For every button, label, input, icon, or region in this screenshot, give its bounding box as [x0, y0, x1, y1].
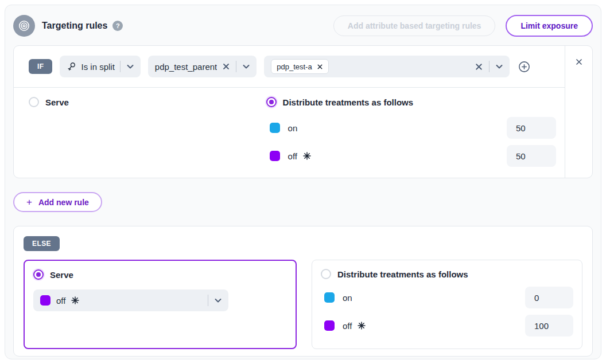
else-serve-treatment-select[interactable]: off — [33, 289, 228, 311]
treatment-off-swatch — [270, 151, 280, 161]
help-icon[interactable]: ? — [112, 21, 123, 31]
divider — [208, 295, 208, 306]
if-rule-card: IF Is in split — [13, 45, 593, 178]
treatment-off-swatch — [40, 295, 50, 306]
delete-rule-icon[interactable] — [574, 57, 584, 66]
else-serve-label: Serve — [50, 270, 73, 280]
treatment-multiselect[interactable]: pdp_test-a — [264, 56, 510, 77]
add-attribute-rules-button[interactable]: Add attribute based targeting rules — [333, 15, 496, 36]
treatment-row: on — [321, 287, 573, 308]
else-serve-radio[interactable] — [33, 269, 44, 280]
else-serve-panel: Serve off — [24, 260, 297, 349]
serve-radio[interactable] — [29, 97, 39, 107]
treatment-tag: pdp_test-a — [271, 59, 328, 74]
treatment-on-swatch — [324, 292, 335, 303]
treatment-name: off — [288, 151, 297, 161]
chevron-down-icon[interactable] — [213, 296, 223, 305]
is-in-split-icon — [67, 62, 76, 72]
divider — [489, 61, 490, 72]
else-rule-card: ELSE Serve off — [13, 226, 593, 357]
treatment-percentage-input[interactable] — [525, 287, 573, 308]
distribute-label: Distribute treatments as follows — [283, 97, 414, 107]
treatment-name: on — [288, 123, 298, 133]
treatment-row: off — [266, 145, 556, 167]
else-badge: ELSE — [24, 236, 60, 251]
page-title: Targeting rules — [42, 21, 107, 31]
else-distribute-label: Distribute treatments as follows — [337, 269, 468, 279]
default-treatment-icon — [358, 322, 366, 330]
serve-option[interactable]: Serve — [29, 97, 266, 107]
treatment-row: off — [321, 315, 573, 336]
selected-treatment-name: off — [56, 296, 65, 306]
distribute-radio[interactable] — [266, 97, 277, 107]
serve-label: Serve — [45, 97, 69, 107]
matcher-label: Is in split — [81, 62, 114, 72]
else-distribute-radio[interactable] — [321, 269, 331, 279]
divider — [120, 61, 121, 72]
treatment-name: off — [343, 321, 352, 331]
else-serve-option[interactable]: Serve — [33, 269, 287, 280]
chevron-down-icon[interactable] — [495, 62, 504, 71]
add-new-rule-label: Add new rule — [38, 198, 89, 207]
chevron-down-icon[interactable] — [126, 62, 135, 71]
default-treatment-icon — [303, 152, 311, 160]
divider — [236, 61, 236, 72]
treatment-percentage-input[interactable] — [507, 145, 556, 167]
header-actions: Add attribute based targeting rules Limi… — [333, 15, 593, 37]
if-badge: IF — [29, 59, 52, 74]
treatment-row: on — [266, 117, 556, 139]
treatment-name: on — [343, 293, 352, 303]
chevron-down-icon[interactable] — [242, 62, 251, 71]
default-treatment-icon — [71, 296, 79, 304]
matcher-select[interactable]: Is in split — [60, 56, 140, 77]
treatment-percentage-input[interactable] — [507, 117, 556, 139]
clear-split-icon[interactable] — [222, 62, 231, 71]
else-distribute-option[interactable]: Distribute treatments as follows — [321, 269, 573, 279]
add-new-rule-button[interactable]: + Add new rule — [13, 192, 102, 212]
else-distribute-panel: Distribute treatments as follows on off — [312, 260, 582, 349]
bullseye-icon — [13, 15, 35, 37]
treatment-percentage-input[interactable] — [525, 315, 573, 336]
panel-header: Targeting rules ? Add attribute based ta… — [13, 13, 593, 38]
split-select-value: pdp_test_parent — [155, 62, 217, 72]
plus-icon: + — [26, 197, 32, 207]
rule-side-column — [565, 46, 592, 178]
split-select[interactable]: pdp_test_parent — [148, 56, 257, 77]
distribute-option[interactable]: Distribute treatments as follows — [266, 97, 556, 107]
treatment-tag-label: pdp_test-a — [277, 62, 312, 71]
treatment-off-swatch — [324, 320, 335, 331]
limit-exposure-button[interactable]: Limit exposure — [506, 15, 593, 37]
condition-row: IF Is in split — [14, 46, 565, 88]
remove-tag-icon[interactable] — [317, 64, 323, 70]
targeting-rules-panel: Targeting rules ? Add attribute based ta… — [5, 5, 601, 359]
clear-all-icon[interactable] — [474, 62, 484, 72]
serve-distribute-section: Serve Distribute treatments as follows o… — [14, 88, 565, 178]
treatment-on-swatch — [270, 123, 280, 133]
add-condition-icon[interactable] — [518, 61, 530, 73]
